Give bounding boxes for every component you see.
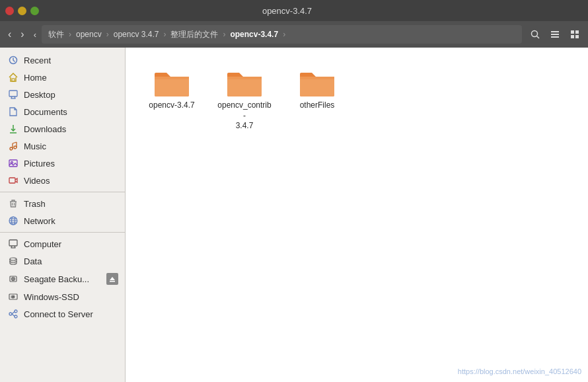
sidebar-label-recent: Recent: [24, 56, 118, 65]
svg-rect-4: [551, 36, 559, 38]
folder-item-opencv[interactable]: opencv-3.4.7: [139, 61, 205, 137]
svg-rect-8: [575, 35, 579, 38]
eject-button[interactable]: [106, 273, 118, 285]
svg-point-47: [15, 310, 17, 313]
sidebar-item-connect[interactable]: Connect to Server: [0, 305, 125, 323]
sidebar-divider-1: [0, 192, 125, 192]
downloads-icon: [8, 124, 18, 134]
sidebar-label-network: Network: [24, 216, 118, 226]
up-button[interactable]: ‹: [30, 28, 40, 42]
svg-rect-2: [551, 31, 559, 32]
svg-point-48: [15, 315, 17, 318]
sidebar-label-connect: Connect to Server: [24, 309, 118, 319]
sidebar-label-data: Data: [24, 256, 118, 266]
svg-rect-6: [575, 30, 579, 34]
trash-icon: [8, 198, 18, 209]
svg-line-49: [12, 312, 15, 315]
folder-icon-contrib: [225, 66, 264, 98]
search-button[interactable]: [526, 26, 544, 42]
sidebar-item-documents[interactable]: Documents: [0, 103, 125, 120]
home-icon: [8, 72, 18, 83]
svg-rect-24: [9, 178, 15, 183]
svg-line-50: [12, 314, 15, 317]
sidebar-item-windows-ssd[interactable]: Windows-SSD: [0, 288, 125, 305]
sidebar-item-data[interactable]: Data: [0, 252, 125, 270]
sidebar-label-desktop: Desktop: [24, 90, 118, 100]
maximize-button[interactable]: [30, 7, 39, 15]
sidebar-label-pictures: Pictures: [24, 159, 118, 169]
windows-ssd-icon: [8, 291, 18, 302]
sidebar-label-downloads: Downloads: [24, 124, 118, 134]
sidebar-label-music: Music: [24, 141, 118, 151]
forward-button[interactable]: ›: [17, 26, 28, 42]
folder-name-otherfiles: otherFiles: [300, 100, 335, 111]
folder-name-opencv: opencv-3.4.7: [149, 100, 194, 111]
sidebar-item-pictures[interactable]: Pictures: [0, 155, 125, 172]
file-area: opencv-3.4.7 opencv_contrib-3.4.7: [126, 48, 588, 382]
pictures-icon: [8, 158, 18, 169]
documents-icon: [8, 106, 18, 117]
svg-rect-3: [551, 34, 559, 35]
seagate-icon: [8, 274, 18, 284]
connect-icon: [8, 309, 18, 319]
back-button[interactable]: ‹: [4, 26, 15, 42]
breadcrumb-opencv[interactable]: opencv: [72, 28, 106, 40]
breadcrumb-software[interactable]: 软件: [44, 28, 68, 42]
sidebar-item-trash[interactable]: Trash: [0, 195, 125, 212]
breadcrumb-opencv347[interactable]: opencv 3.4.7: [110, 28, 163, 40]
minimize-button[interactable]: [18, 7, 26, 15]
window-title: opencv-3.4.7: [44, 6, 530, 16]
view-list-button[interactable]: [546, 26, 564, 42]
svg-rect-7: [571, 35, 574, 38]
recent-icon: [8, 55, 18, 65]
toolbar: ‹ › ‹ 软件 › opencv › opencv 3.4.7 › 整理后的文…: [0, 21, 588, 48]
sidebar-label-documents: Documents: [24, 107, 118, 117]
toolbar-right: [526, 26, 584, 42]
sidebar-item-home[interactable]: Home: [0, 69, 125, 86]
svg-point-39: [13, 278, 14, 280]
watermark: https://blog.csdn.net/weixin_40512640: [458, 367, 581, 375]
sidebar-item-videos[interactable]: Videos: [0, 172, 125, 189]
videos-icon: [8, 175, 18, 186]
breadcrumb-organized[interactable]: 整理后的文件: [166, 28, 222, 42]
folder-item-otherfiles[interactable]: otherFiles: [284, 61, 350, 137]
svg-line-1: [537, 36, 540, 39]
breadcrumb-bar: 软件 › opencv › opencv 3.4.7 › 整理后的文件 › op…: [42, 25, 522, 44]
svg-rect-32: [9, 240, 17, 246]
desktop-icon: [8, 89, 18, 100]
svg-marker-40: [110, 277, 115, 280]
data-icon: [8, 256, 18, 266]
view-grid-button[interactable]: [566, 26, 584, 42]
svg-rect-5: [571, 30, 574, 34]
sidebar-divider-2: [0, 232, 125, 233]
sidebar-label-videos: Videos: [24, 176, 118, 186]
svg-point-0: [532, 31, 538, 37]
computer-icon: [8, 239, 18, 249]
sidebar-item-downloads[interactable]: Downloads: [0, 120, 125, 137]
sidebar-section-places: Recent Home: [0, 52, 125, 189]
svg-point-46: [9, 313, 12, 315]
folder-item-contrib[interactable]: opencv_contrib-3.4.7: [211, 61, 277, 137]
svg-rect-10: [12, 79, 15, 81]
svg-point-38: [12, 278, 15, 281]
main-layout: Recent Home: [0, 48, 588, 382]
music-icon: [8, 141, 18, 151]
sidebar-item-recent[interactable]: Recent: [0, 52, 125, 69]
svg-rect-11: [9, 91, 17, 96]
svg-line-21: [13, 142, 17, 143]
svg-point-36: [10, 258, 17, 260]
sidebar-label-computer: Computer: [24, 239, 118, 249]
sidebar-label-trash: Trash: [24, 199, 118, 209]
sidebar-section-system: Trash Network: [0, 195, 125, 229]
breadcrumb-current[interactable]: opencv-3.4.7: [226, 28, 282, 40]
sidebar-item-network[interactable]: Network: [0, 212, 125, 229]
close-button[interactable]: [5, 7, 14, 15]
sidebar-item-seagate[interactable]: Seagate Backu...: [0, 270, 125, 288]
sidebar-item-desktop[interactable]: Desktop: [0, 86, 125, 103]
titlebar: opencv-3.4.7: [0, 0, 588, 21]
sidebar-item-music[interactable]: Music: [0, 137, 125, 155]
sidebar-label-seagate: Seagate Backu...: [24, 274, 89, 284]
sidebar-section-devices: Computer Data: [0, 235, 125, 323]
sidebar-item-computer[interactable]: Computer: [0, 235, 125, 252]
window-controls: [5, 7, 39, 15]
